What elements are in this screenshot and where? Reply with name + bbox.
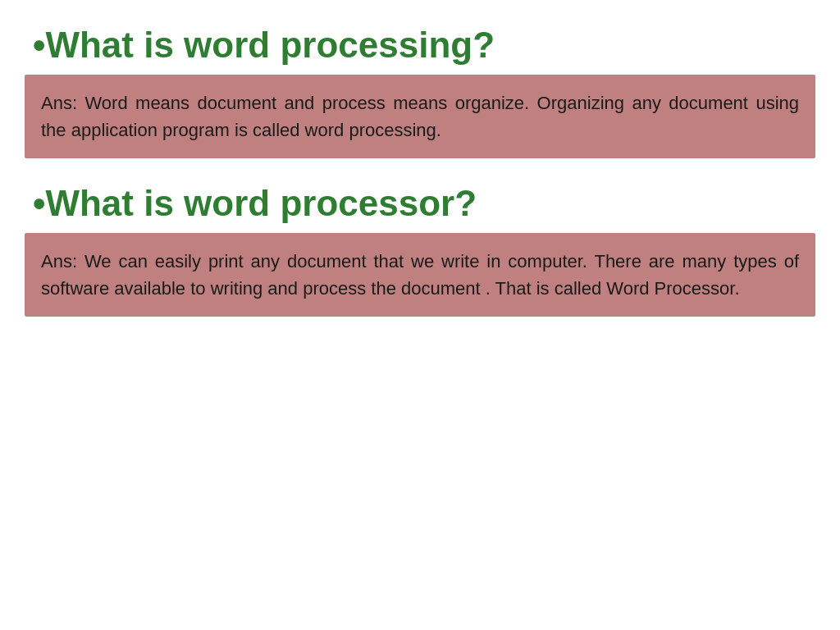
answer-text-word-processing: Ans: Word means document and process mea… — [41, 89, 799, 144]
answer-box-word-processing: Ans: Word means document and process mea… — [25, 75, 815, 158]
answer-box-word-processor: Ans: We can easily print any document th… — [25, 233, 815, 317]
heading-word-processor: •What is word processor? — [25, 175, 815, 228]
section-word-processor: •What is word processor? Ans: We can eas… — [25, 175, 815, 317]
heading-word-processing: •What is word processing? — [25, 16, 815, 70]
page: •What is word processing? Ans: Word mean… — [0, 0, 840, 630]
section-word-processing: •What is word processing? Ans: Word mean… — [25, 16, 815, 158]
answer-text-word-processor: Ans: We can easily print any document th… — [41, 248, 799, 302]
